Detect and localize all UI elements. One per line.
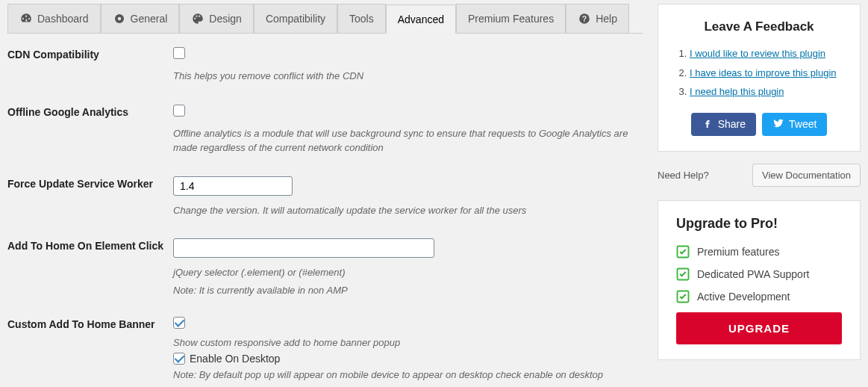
cdn-checkbox[interactable]	[173, 47, 185, 59]
tab-label: Compatibility	[266, 13, 325, 25]
feedback-title: Leave A Feedback	[676, 19, 842, 34]
tab-tools[interactable]: Tools	[337, 4, 386, 33]
upgrade-title: Upgrade to Pro!	[676, 216, 842, 232]
list-item: Dedicated PWA Support	[676, 267, 842, 281]
check-icon	[676, 245, 690, 258]
tab-label: Advanced	[398, 13, 444, 25]
add-to-home-label: Add To Home On Element Click	[7, 238, 173, 252]
feedback-box: Leave A Feedback I would like to review …	[658, 4, 861, 152]
tab-label: Design	[209, 13, 242, 25]
svg-text:?: ?	[582, 14, 587, 23]
tab-compatibility[interactable]: Compatibility	[254, 4, 337, 33]
force-update-desc: Change the version. It will automaticall…	[173, 203, 643, 218]
custom-banner-desc: Show custom responsive add to home banne…	[173, 335, 643, 350]
share-label: Share	[718, 118, 746, 130]
share-twitter-button[interactable]: Tweet	[762, 113, 827, 136]
enable-desktop-label: Enable On Desktop	[190, 353, 280, 365]
tab-label: Tools	[349, 13, 374, 25]
enable-desktop-checkbox[interactable]	[173, 353, 185, 365]
tab-design[interactable]: Design	[179, 4, 254, 33]
tab-bar: Dashboard General Design Compatibility T…	[7, 4, 643, 34]
feedback-link-review[interactable]: I would like to review this plugin	[690, 48, 825, 59]
tab-dashboard[interactable]: Dashboard	[7, 4, 101, 33]
add-to-home-desc: jQuery selector (.element) or (#element)	[173, 265, 643, 280]
share-facebook-button[interactable]: Share	[691, 113, 756, 136]
tweet-label: Tweet	[789, 118, 817, 130]
tab-premium[interactable]: Premium Features	[456, 4, 566, 33]
view-documentation-button[interactable]: View Documentation	[752, 164, 861, 187]
feedback-list: I would like to review this plugin I hav…	[676, 46, 842, 99]
pro-feature: Active Development	[697, 291, 790, 303]
need-help-text: Need Help?	[658, 170, 709, 181]
design-icon	[191, 12, 204, 25]
offline-ga-checkbox[interactable]	[173, 105, 185, 117]
force-update-input[interactable]	[173, 176, 293, 196]
upgrade-box: Upgrade to Pro! Premium features Dedicat…	[658, 200, 861, 360]
enable-desktop-row: Enable On Desktop	[173, 353, 643, 365]
tab-general[interactable]: General	[101, 4, 180, 33]
custom-banner-label: Custom Add To Home Banner	[7, 317, 173, 330]
pro-feature: Premium features	[697, 246, 779, 258]
twitter-icon	[772, 117, 784, 131]
custom-banner-checkbox[interactable]	[173, 317, 185, 329]
offline-ga-label: Offline Google Analytics	[7, 105, 173, 118]
help-icon: ?	[578, 12, 591, 25]
facebook-icon	[702, 117, 714, 131]
feedback-link-ideas[interactable]: I have ideas to improve this plugin	[690, 67, 837, 78]
upgrade-button[interactable]: UPGRADE	[676, 312, 842, 344]
tab-label: Premium Features	[468, 13, 554, 25]
svg-point-1	[117, 17, 121, 21]
add-to-home-note: Note: It is currently available in non A…	[173, 285, 643, 296]
feedback-link-help[interactable]: I need help this plugin	[690, 86, 784, 97]
custom-banner-note: Note: By default pop up will appear on m…	[173, 369, 643, 380]
offline-ga-desc: Offline analytics is a module that will …	[173, 126, 643, 155]
tab-advanced[interactable]: Advanced	[386, 4, 456, 34]
tab-label: Dashboard	[37, 13, 89, 25]
general-icon	[113, 12, 126, 25]
list-item: Active Development	[676, 290, 842, 303]
cdn-desc: This helps you remove conflict with the …	[173, 69, 643, 84]
cdn-label: CDN Compatibility	[7, 47, 173, 61]
tab-label: General	[131, 13, 168, 25]
tab-help[interactable]: ? Help	[566, 4, 629, 33]
dashboard-icon	[19, 12, 33, 25]
tab-label: Help	[596, 13, 617, 25]
pro-feature: Dedicated PWA Support	[697, 268, 809, 280]
add-to-home-input[interactable]	[173, 238, 434, 258]
list-item: Premium features	[676, 245, 842, 258]
check-icon	[676, 267, 690, 281]
check-icon	[676, 290, 690, 303]
force-update-label: Force Update Service Worker	[7, 176, 173, 190]
